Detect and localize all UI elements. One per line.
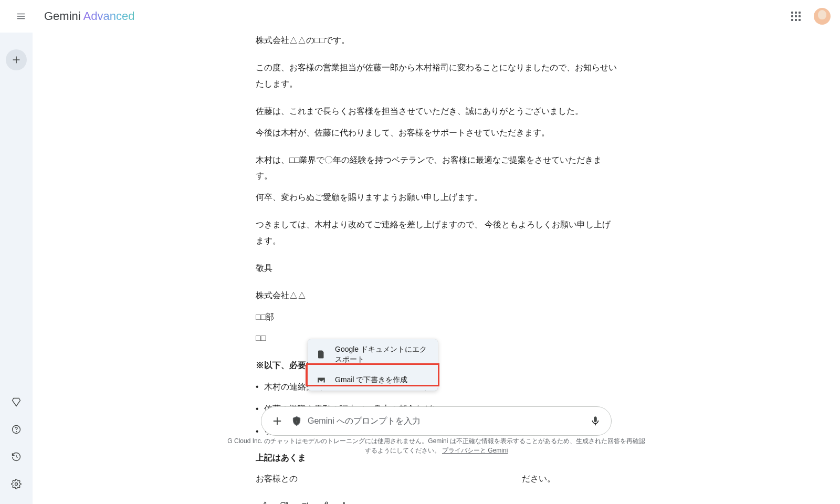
sidebar bbox=[0, 0, 33, 504]
response-actions bbox=[256, 498, 617, 504]
paragraph: 何卒、変わらぬご愛顧を賜りますようお願い申し上げます。 bbox=[256, 190, 617, 205]
svg-point-6 bbox=[343, 502, 345, 504]
svg-point-2 bbox=[15, 483, 18, 486]
history-icon[interactable] bbox=[6, 446, 27, 467]
brand-gemini: Gemini bbox=[44, 9, 83, 23]
gem-icon[interactable] bbox=[6, 392, 27, 413]
paragraph: 株式会社△△の□□です。 bbox=[256, 33, 617, 48]
settings-icon[interactable] bbox=[6, 474, 27, 495]
share-button[interactable] bbox=[316, 498, 332, 504]
signature-line: □□部 bbox=[256, 309, 617, 325]
hamburger-icon[interactable] bbox=[9, 5, 33, 28]
closing: 敬具 bbox=[256, 260, 617, 276]
svg-point-9 bbox=[296, 420, 297, 421]
mic-button[interactable] bbox=[587, 413, 604, 429]
disclaimer-text: G Cloud Inc. のチャットはモデルのトレーニングには使用されません。G… bbox=[227, 437, 645, 455]
share-menu: Google ドキュメントにエクスポート Gmail で下書きを作成 bbox=[308, 339, 438, 391]
paragraph: 今後は木村が、佐藤に代わりまして、お客様をサポートさせていただきます。 bbox=[256, 125, 617, 141]
gmail-draft-label: Gmail で下書きを作成 bbox=[335, 375, 407, 385]
export-docs-item[interactable]: Google ドキュメントにエクスポート bbox=[308, 339, 438, 370]
new-chat-button[interactable] bbox=[6, 49, 27, 70]
gmail-draft-item[interactable]: Gmail で下書きを作成 bbox=[308, 370, 438, 391]
gmail-icon bbox=[316, 375, 327, 385]
main-content: 株式会社△△の□□です。 この度、お客様の営業担当が佐藤一郎から木村裕司に変わる… bbox=[33, 33, 840, 504]
paragraph: お客様との ださい。 bbox=[256, 471, 617, 487]
prompt-input[interactable] bbox=[308, 416, 582, 426]
thumbs-up-button[interactable] bbox=[256, 498, 272, 504]
privacy-link[interactable]: プライバシーと Gemini bbox=[442, 447, 508, 454]
paragraph: この度、お客様の営業担当が佐藤一郎から木村裕司に変わることになりましたので、お知… bbox=[256, 60, 617, 92]
signature-line: 株式会社△△ bbox=[256, 288, 617, 303]
prompt-bar bbox=[261, 406, 612, 436]
svg-point-1 bbox=[16, 432, 17, 432]
shield-icon bbox=[291, 413, 302, 429]
help-icon[interactable] bbox=[6, 419, 27, 440]
thumbs-down-button[interactable] bbox=[276, 498, 292, 504]
brand-advanced: Advanced bbox=[83, 9, 135, 23]
more-button[interactable] bbox=[335, 498, 352, 504]
paragraph: 佐藤は、これまで長らくお客様を担当させていただき、誠にありがとうございました。 bbox=[256, 103, 617, 119]
paragraph: 木村は、□□業界で〇年の経験を持つベテランで、お客様に最適なご提案をさせていただ… bbox=[256, 152, 617, 184]
svg-rect-10 bbox=[594, 417, 597, 422]
export-docs-label: Google ドキュメントにエクスポート bbox=[335, 344, 429, 364]
header: Gemini Advanced bbox=[0, 0, 840, 33]
add-attachment-button[interactable] bbox=[269, 413, 286, 429]
brand-logo[interactable]: Gemini Advanced bbox=[44, 9, 134, 23]
paragraph: つきましては、木村より改めてご連絡を差し上げますので、 今後ともよろしくお願い申… bbox=[256, 217, 617, 249]
docs-icon bbox=[316, 349, 327, 360]
avatar[interactable] bbox=[814, 8, 831, 25]
google-apps-icon[interactable] bbox=[785, 6, 806, 27]
regenerate-button[interactable] bbox=[296, 498, 312, 504]
disclaimer: G Cloud Inc. のチャットはモデルのトレーニングには使用されません。G… bbox=[226, 436, 646, 456]
svg-point-3 bbox=[326, 502, 328, 504]
